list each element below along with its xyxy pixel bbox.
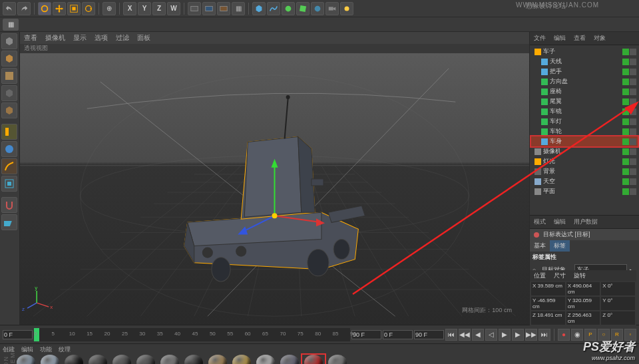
undo-button[interactable] <box>3 2 16 15</box>
axis-y-button[interactable]: Y <box>138 2 151 15</box>
next-frame-button[interactable]: ▶ <box>512 329 524 341</box>
coord-rot[interactable]: Y 0° <box>601 297 635 310</box>
coord-rot[interactable]: X 0° <box>601 282 635 295</box>
lock-button[interactable]: ⊕ <box>103 2 116 15</box>
uv-mode-button[interactable] <box>1 176 17 192</box>
move-button[interactable] <box>53 2 66 15</box>
coord-rot-tab[interactable]: 旋转 <box>570 270 590 281</box>
render-button[interactable] <box>188 2 201 15</box>
camera-menu[interactable]: 摄像机 <box>45 33 65 43</box>
object-row[interactable]: 平面 <box>531 186 638 196</box>
material-ball[interactable]: 黑色 <box>63 355 85 364</box>
texture-mode-button[interactable] <box>1 68 17 84</box>
next-key-button[interactable]: ▶▶ <box>525 329 537 341</box>
layout-button[interactable]: ▦ <box>3 19 19 31</box>
polygon-mode-button[interactable] <box>1 158 17 174</box>
make-editable-button[interactable] <box>1 33 17 49</box>
object-row[interactable]: 背景 <box>531 166 638 176</box>
axis-z-button[interactable]: Z <box>152 2 166 15</box>
add-camera-button[interactable] <box>325 2 339 15</box>
object-row[interactable]: 灯光 <box>531 156 638 166</box>
material-ball[interactable]: 浅灰 <box>158 355 181 364</box>
options-menu[interactable]: 选项 <box>95 33 108 43</box>
coord-rot[interactable]: Z 0° <box>601 311 635 325</box>
material-ball[interactable]: 深灰 <box>87 355 109 364</box>
object-mode-button[interactable] <box>1 85 17 101</box>
object-row[interactable]: 车镜 <box>531 106 638 116</box>
play-back-button[interactable]: ◁ <box>485 329 497 341</box>
play-button[interactable]: ▶ <box>499 329 511 341</box>
attr-mode-tab[interactable]: 模式 <box>530 216 550 228</box>
object-row[interactable]: 车子 <box>531 47 638 57</box>
coord-pos[interactable]: X 39.589 cm <box>531 282 565 295</box>
frame-current-input[interactable] <box>3 330 33 339</box>
object-row[interactable]: 尾翼 <box>531 96 638 106</box>
object-row[interactable]: 座椅 <box>531 87 638 96</box>
scale-button[interactable] <box>67 2 81 15</box>
view-tab[interactable]: 查看 <box>570 32 590 45</box>
attr-edit-tab[interactable]: 编辑 <box>550 216 570 228</box>
add-environment-button[interactable] <box>311 2 324 15</box>
frame-max-input[interactable] <box>414 330 444 339</box>
objects-tab[interactable]: 对象 <box>590 32 610 45</box>
panel-menu[interactable]: 面板 <box>137 33 150 43</box>
edit-tab[interactable]: 编辑 <box>550 32 570 45</box>
object-row[interactable]: 天线 <box>531 57 638 67</box>
coord-size[interactable]: X 490.064 cm <box>566 282 600 295</box>
live-select-button[interactable] <box>38 2 51 15</box>
display-menu[interactable]: 显示 <box>73 33 87 43</box>
material-ball[interactable]: 铜 <box>206 355 229 364</box>
object-row[interactable]: 车轮 <box>531 126 638 136</box>
rotate-button[interactable] <box>82 2 95 15</box>
material-ball[interactable]: 深灰 <box>134 355 157 364</box>
attr-basic-tab[interactable]: 基本 <box>530 240 550 252</box>
material-ball[interactable]: 窗口 <box>326 355 349 364</box>
object-manager[interactable]: 车子 天线 把手 方向盘 座椅 尾翼 车镜 车灯 车轮 车身 摄像机 灯光 <box>530 45 639 215</box>
redo-button[interactable] <box>17 2 31 15</box>
goto-end-button[interactable]: ⏭ <box>538 329 550 341</box>
render-queue-button[interactable]: ▦ <box>232 2 245 15</box>
timeline-ruler[interactable]: 051015202530354045505560657075808590 <box>34 328 350 341</box>
model-mode-button[interactable] <box>1 51 17 67</box>
frame-start-input[interactable] <box>383 330 413 339</box>
object-row[interactable]: 把手 <box>531 67 638 77</box>
snap-button[interactable] <box>1 197 17 213</box>
coord-pos[interactable]: Z 18.491 cm <box>531 311 565 325</box>
prev-frame-button[interactable]: ◀ <box>472 329 484 341</box>
prev-key-button[interactable]: ◀◀ <box>459 329 471 341</box>
material-ball[interactable]: 红色 <box>302 355 325 364</box>
file-tab[interactable]: 文件 <box>530 32 550 45</box>
material-ball[interactable]: 金色 <box>230 355 253 364</box>
add-spline-button[interactable] <box>267 2 280 15</box>
goto-start-button[interactable]: ⏮ <box>445 329 457 341</box>
add-cube-button[interactable] <box>252 2 266 15</box>
autokey-button[interactable]: ◉ <box>571 329 583 341</box>
mat-texture-menu[interactable]: 纹理 <box>59 345 71 354</box>
material-ball[interactable]: 天空 <box>254 355 277 364</box>
material-ball[interactable]: 玻璃 <box>39 355 61 364</box>
attr-userdata-tab[interactable]: 用户数据 <box>570 216 602 228</box>
coord-pos-tab[interactable]: 位置 <box>530 270 550 281</box>
add-generator-button[interactable] <box>282 2 295 15</box>
coord-size-tab[interactable]: 尺寸 <box>550 270 570 281</box>
attr-tag-tab[interactable]: 标签 <box>550 240 570 252</box>
object-row[interactable]: 车身 <box>531 136 638 146</box>
material-ball[interactable]: 材质冷 <box>278 355 301 364</box>
filter-menu[interactable]: 过滤 <box>116 33 129 43</box>
coord-system-button[interactable]: W <box>167 2 180 15</box>
coord-size[interactable]: Z 256.463 cm <box>566 311 600 325</box>
coord-pos[interactable]: Y -46.959 cm <box>531 297 565 310</box>
mat-function-menu[interactable]: 功能 <box>40 345 52 354</box>
material-ball[interactable]: 深灰 <box>110 355 133 364</box>
add-light-button[interactable] <box>340 2 353 15</box>
point-mode-button[interactable] <box>1 124 17 140</box>
perspective-viewport[interactable]: x y z 网格间距：100 cm <box>20 53 529 325</box>
object-row[interactable]: 车灯 <box>531 116 638 126</box>
object-row[interactable]: 天空 <box>531 176 638 186</box>
add-deformer-button[interactable] <box>296 2 310 15</box>
object-row[interactable]: 方向盘 <box>531 77 638 87</box>
workplane-button[interactable] <box>1 214 17 230</box>
render-region-button[interactable] <box>202 2 216 15</box>
axis-mode-button[interactable] <box>1 102 17 118</box>
view-menu[interactable]: 查看 <box>24 33 37 43</box>
